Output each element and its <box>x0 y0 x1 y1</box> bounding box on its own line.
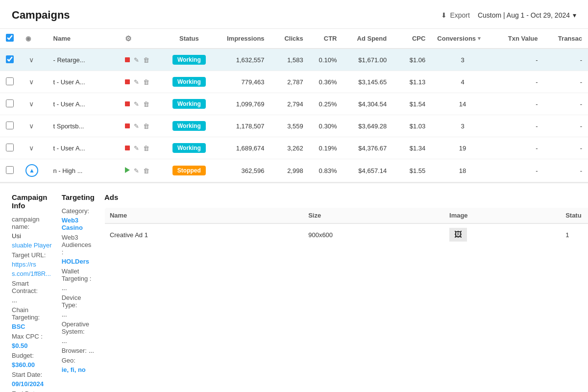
ads-status-header: Statu <box>561 208 588 224</box>
row-actions-cell: ✎🗑 <box>119 71 163 93</box>
cpc-cell: $1.34 <box>392 137 431 159</box>
device-type-row: Device Type: ... <box>62 294 95 318</box>
delete-icon[interactable]: 🗑 <box>143 100 149 108</box>
ads-creative-name: Creative Ad 1 <box>104 223 303 246</box>
campaign-info-title: Campaign Info <box>12 193 52 210</box>
clicks-cell: 2,794 <box>270 93 309 115</box>
play-icon[interactable] <box>125 167 130 174</box>
stop-icon[interactable] <box>125 122 130 130</box>
edit-icon[interactable]: ✎ <box>134 56 139 64</box>
geo-value[interactable]: ie, fi, no <box>62 366 86 373</box>
row-checkbox-cell[interactable] <box>0 159 20 182</box>
table-row: ▲n - High ...✎🗑Stopped362,5962,9980.83%$… <box>0 159 588 182</box>
campaign-name-label: campaign name: <box>12 216 52 230</box>
row-expand-cell[interactable]: ∨ <box>20 137 48 159</box>
select-all-checkbox[interactable] <box>6 34 14 42</box>
target-url-value2[interactable]: s.com/1ff8R... <box>12 270 51 277</box>
row-checkbox-cell[interactable] <box>0 71 20 93</box>
table-body: ∨- Retarge...✎🗑Working1,632,5571,5830.10… <box>0 49 588 182</box>
table-row: ∨- Retarge...✎🗑Working1,632,5571,5830.10… <box>0 49 588 71</box>
campaign-name-value2[interactable]: sluable Player <box>12 242 52 249</box>
edit-icon[interactable]: ✎ <box>134 167 139 174</box>
status-badge: Working <box>172 121 206 131</box>
actions-header: ⚙ <box>119 29 163 49</box>
row-checkbox-cell[interactable] <box>0 115 20 137</box>
ctr-cell: 0.19% <box>309 137 343 159</box>
date-range-picker[interactable]: Custom | Aug 1 - Oct 29, 2024 ▾ <box>478 11 576 19</box>
status-badge: Working <box>172 99 206 109</box>
row-checkbox[interactable] <box>6 77 14 85</box>
expand-button[interactable]: ∨ <box>25 142 37 154</box>
row-checkbox-cell[interactable] <box>0 49 20 71</box>
row-checkbox[interactable] <box>6 99 14 107</box>
delete-icon[interactable]: 🗑 <box>143 78 149 86</box>
chain-targeting-value[interactable]: BSC <box>12 323 25 330</box>
chain-targeting-row: Chain Targeting: BSC <box>12 306 52 330</box>
row-expand-cell[interactable]: ▲ <box>20 159 48 182</box>
clicks-cell: 3,262 <box>270 137 309 159</box>
edit-icon[interactable]: ✎ <box>134 122 139 130</box>
collapse-button[interactable]: ▲ <box>25 164 38 177</box>
table-row: ∨t - User A...✎🗑Working779,4632,7870.36%… <box>0 71 588 93</box>
row-checkbox[interactable] <box>6 122 14 129</box>
table-header-row: ◉ Name ⚙ Status Impressions Clicks CTR A… <box>0 29 588 49</box>
smart-contract-row: Smart Contract: ... <box>12 280 52 304</box>
clicks-header: Clicks <box>270 29 309 49</box>
stop-icon[interactable] <box>125 78 130 86</box>
row-checkbox[interactable] <box>6 144 14 151</box>
web3-audiences-value[interactable]: HOLDers <box>62 258 89 265</box>
delete-icon[interactable]: 🗑 <box>143 122 149 130</box>
stop-icon[interactable] <box>125 100 130 108</box>
row-checkbox-cell[interactable] <box>0 137 20 159</box>
transac-cell: - <box>543 137 588 159</box>
browser-value: ... <box>89 347 94 354</box>
stop-icon[interactable] <box>125 145 130 152</box>
table-row: ∨t - User A...✎🗑Working1,689,6743,2620.1… <box>0 137 588 159</box>
expand-header: ◉ <box>20 29 48 49</box>
transac-header: Transac <box>543 29 588 49</box>
delete-icon[interactable]: 🗑 <box>143 167 149 174</box>
conversions-sort-icon[interactable]: ▾ <box>478 35 481 42</box>
ctr-cell: 0.25% <box>309 93 343 115</box>
conversions-cell: 14 <box>431 93 493 115</box>
edit-icon[interactable]: ✎ <box>134 145 139 152</box>
row-actions-cell: ✎🗑 <box>119 93 163 115</box>
delete-icon[interactable]: 🗑 <box>143 56 149 64</box>
category-value[interactable]: Web3 Casino <box>62 217 95 231</box>
row-checkbox-cell[interactable] <box>0 93 20 115</box>
row-checkbox[interactable] <box>6 55 14 63</box>
ads-size-header: Size <box>303 208 444 224</box>
row-expand-cell[interactable]: ∨ <box>20 115 48 137</box>
clicks-cell: 3,559 <box>270 115 309 137</box>
select-all-header[interactable] <box>0 29 20 49</box>
start-date-label: Start Date: <box>12 371 42 378</box>
max-cpc-value: $0.50 <box>12 342 28 349</box>
ctr-cell: 0.83% <box>309 159 343 182</box>
target-url-value1[interactable]: https://rs <box>12 261 36 268</box>
campaign-name-cell: t - User A... <box>48 137 120 159</box>
expand-button[interactable]: ∨ <box>25 120 37 132</box>
row-expand-cell[interactable]: ∨ <box>20 49 48 71</box>
export-button[interactable]: ⬇ Export <box>441 11 469 19</box>
delete-icon[interactable]: 🗑 <box>143 145 149 152</box>
txnvalue-cell: - <box>494 159 544 182</box>
campaign-name-cell: t Sportsb... <box>48 115 120 137</box>
expand-button[interactable]: ∨ <box>25 98 37 110</box>
expand-button[interactable]: ∨ <box>25 54 37 66</box>
operative-system-row: Operative System: ... <box>62 320 95 344</box>
conversions-cell: 3 <box>431 115 493 137</box>
edit-icon[interactable]: ✎ <box>134 100 139 108</box>
target-url-label: Target URL: <box>12 251 46 259</box>
expand-button[interactable]: ∨ <box>25 76 37 88</box>
stop-icon[interactable] <box>125 56 130 64</box>
row-checkbox[interactable] <box>6 166 14 174</box>
impressions-cell: 1,689,674 <box>215 137 270 159</box>
edit-icon[interactable]: ✎ <box>134 78 139 86</box>
row-actions-cell: ✎🗑 <box>119 137 163 159</box>
category-label: Category: <box>62 207 89 215</box>
row-expand-cell[interactable]: ∨ <box>20 71 48 93</box>
ads-creative-status: 1 <box>561 223 588 246</box>
status-badge: Working <box>172 77 206 87</box>
impressions-header: Impressions <box>215 29 270 49</box>
row-expand-cell[interactable]: ∨ <box>20 93 48 115</box>
